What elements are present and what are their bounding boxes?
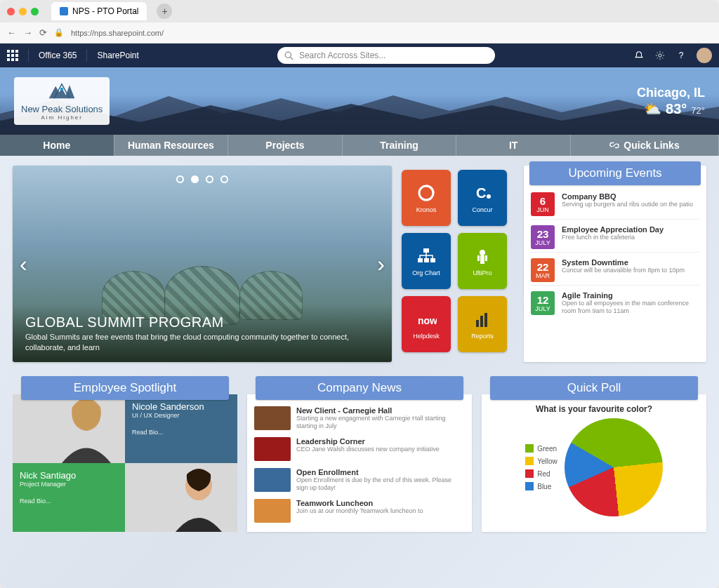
- event-item[interactable]: 23JULYEmployee Appreciation DayFree lunc…: [531, 222, 699, 253]
- maximize-window-icon[interactable]: [31, 8, 39, 15]
- event-item[interactable]: 22MARSystem DowntimeConcur will be unava…: [531, 255, 699, 286]
- svg-point-0: [285, 52, 291, 58]
- poll-question: What is your favourite color?: [536, 404, 652, 414]
- poll-header: Quick Poll: [490, 376, 698, 400]
- help-icon[interactable]: ?: [675, 50, 687, 61]
- news-desc: CEO Jane Walsh discusses new company ini…: [296, 446, 440, 453]
- browser-tab[interactable]: NPS - PTO Portal: [51, 2, 147, 20]
- news-item[interactable]: New Client - Carnegie HallStarting a new…: [254, 404, 465, 432]
- svg-rect-13: [477, 255, 480, 261]
- spotlight-info-2[interactable]: Nick Santiago Project Manager Read Bio..…: [13, 463, 125, 532]
- svg-point-6: [487, 194, 491, 199]
- news-title: Leadership Corner: [296, 437, 440, 446]
- carousel-dot[interactable]: [206, 175, 213, 183]
- news-desc: Join us at our monthly Teamwork luncheon…: [296, 507, 423, 515]
- event-title: System Downtime: [562, 258, 699, 267]
- carousel-prev-icon[interactable]: ‹: [20, 251, 27, 277]
- app-icon: now: [416, 309, 437, 330]
- spotlight-header: Employee Spotlight: [21, 376, 229, 400]
- news-card: Company News New Client - Carnegie HallS…: [247, 376, 472, 537]
- nav-quick-links[interactable]: Quick Links: [571, 135, 719, 156]
- sharepoint-link[interactable]: SharePoint: [97, 51, 138, 60]
- site-logo[interactable]: New Peak Solutions Aim Higher: [14, 77, 110, 125]
- browser-window: NPS - PTO Portal + ← → ⟳ 🔒 https://nps.s…: [0, 0, 719, 588]
- spotlight-info-1[interactable]: Nicole Sanderson UI / UX Designer Read B…: [125, 394, 237, 463]
- weather-icon: ⛅: [644, 100, 661, 117]
- hero-carousel[interactable]: ‹ › GLOBAL SUMMIT PROGRAM Global Summits…: [13, 166, 392, 362]
- carousel-dot[interactable]: [176, 175, 184, 183]
- app-icon: [472, 309, 493, 330]
- app-tile-ultipro[interactable]: UltiPro: [458, 233, 507, 289]
- news-item[interactable]: Teamwork LuncheonJoin us at our monthly …: [254, 497, 465, 525]
- event-item[interactable]: 6JUNCompany BBQServing up burgers and ri…: [531, 189, 699, 220]
- app-tile-concur[interactable]: CConcur: [458, 170, 507, 226]
- spotlight-bio-link[interactable]: Read Bio...: [132, 429, 230, 436]
- nav-hr[interactable]: Human Resources: [114, 135, 229, 156]
- hero-subtitle: Global Summits are free events that brin…: [25, 332, 379, 352]
- legend-item: Green: [525, 444, 558, 453]
- svg-point-3: [60, 88, 63, 91]
- news-desc: Starting a new engagment with Carnegie H…: [296, 415, 465, 430]
- carousel-dot[interactable]: [220, 175, 228, 183]
- nav-projects[interactable]: Projects: [228, 135, 343, 156]
- spotlight-card: Employee Spotlight Nicole Sanderson UI /…: [13, 376, 237, 537]
- new-tab-button[interactable]: +: [157, 4, 172, 19]
- event-item[interactable]: 12JULYAgile TrainingOpen to all empoyees…: [531, 288, 699, 318]
- reload-button[interactable]: ⟳: [39, 27, 47, 38]
- close-window-icon[interactable]: [7, 8, 15, 15]
- weather-widget[interactable]: Chicago, IL ⛅ 83° 72°: [637, 86, 705, 117]
- address-bar: ← → ⟳ 🔒 https://nps.sharepoint.com/: [0, 22, 719, 44]
- news-thumbnail: [254, 437, 291, 461]
- app-icon: [472, 246, 493, 267]
- carousel-dot-active[interactable]: [191, 175, 199, 183]
- carousel-dots[interactable]: [176, 175, 228, 183]
- app-tile-kronos[interactable]: Kronos: [402, 170, 451, 226]
- svg-rect-7: [423, 248, 429, 253]
- news-header: Company News: [256, 376, 463, 400]
- nav-it[interactable]: IT: [456, 135, 571, 156]
- office-link[interactable]: Office 365: [39, 51, 77, 60]
- svg-text:C: C: [476, 185, 486, 201]
- window-controls[interactable]: [7, 8, 39, 15]
- carousel-next-icon[interactable]: ›: [377, 251, 385, 277]
- minimize-window-icon[interactable]: [19, 8, 27, 15]
- forward-button[interactable]: →: [23, 27, 32, 38]
- site-banner: New Peak Solutions Aim Higher Chicago, I…: [0, 67, 719, 135]
- spotlight-role: Project Manager: [20, 481, 118, 488]
- link-icon: [609, 140, 619, 150]
- legend-swatch: [525, 469, 534, 478]
- spotlight-bio-link[interactable]: Read Bio...: [20, 497, 118, 505]
- news-item[interactable]: Open EnrollmentOpen Enrollment is due by…: [254, 466, 465, 494]
- app-tile-helpdesk[interactable]: nowHelpdesk: [402, 296, 451, 352]
- legend-item: Red: [525, 469, 558, 478]
- app-tile-org-chart[interactable]: Org Chart: [402, 233, 451, 289]
- app-launcher-icon[interactable]: [7, 50, 18, 61]
- url-field[interactable]: https://nps.sharepoint.com/: [71, 29, 712, 37]
- notifications-icon[interactable]: [633, 50, 645, 61]
- poll-card: Quick Poll What is your favourite color?…: [482, 376, 706, 537]
- app-label: UltiPro: [473, 269, 492, 276]
- event-title: Employee Appreciation Day: [562, 225, 699, 234]
- nav-home[interactable]: Home: [0, 135, 114, 156]
- svg-rect-18: [484, 313, 487, 327]
- legend-item: Blue: [525, 482, 558, 490]
- user-avatar[interactable]: [697, 48, 712, 63]
- svg-line-1: [290, 57, 293, 60]
- app-label: Kronos: [416, 206, 437, 213]
- spotlight-name: Nicole Sanderson: [132, 401, 230, 412]
- news-thumbnail: [254, 468, 291, 492]
- svg-rect-10: [430, 258, 435, 262]
- svg-rect-8: [418, 258, 423, 262]
- event-title: Company BBQ: [562, 192, 699, 201]
- search-icon: [284, 51, 293, 60]
- settings-icon[interactable]: [654, 50, 666, 61]
- back-button[interactable]: ←: [7, 27, 16, 38]
- news-item[interactable]: Leadership CornerCEO Jane Walsh discusse…: [254, 435, 465, 463]
- person-photo-icon: [48, 394, 125, 463]
- app-tile-reports[interactable]: Reports: [458, 296, 507, 352]
- app-label: Org Chart: [412, 269, 440, 276]
- app-icon: C: [472, 182, 493, 203]
- svg-rect-9: [424, 258, 429, 262]
- nav-training[interactable]: Training: [343, 135, 457, 156]
- search-input[interactable]: Search Accross Sites...: [277, 47, 495, 64]
